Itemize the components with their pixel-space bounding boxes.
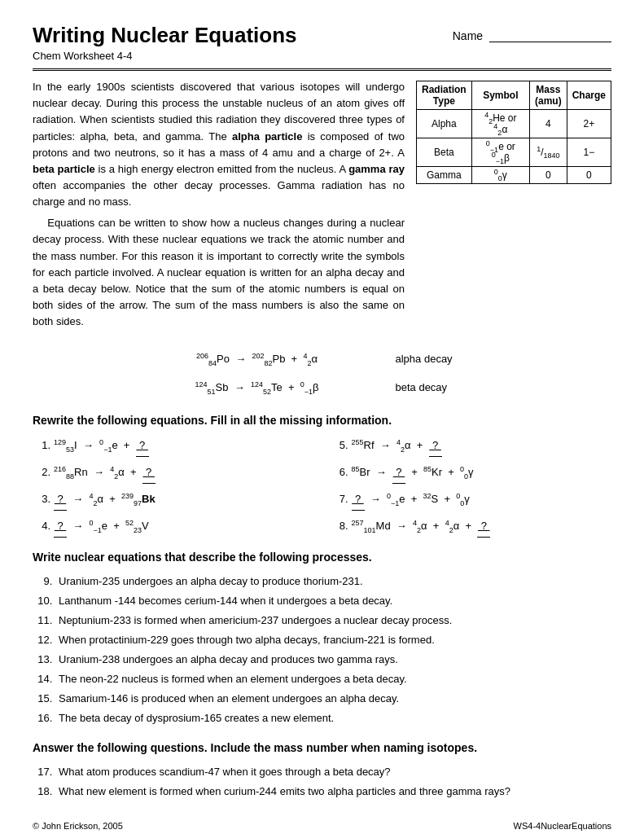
- table-row: Alpha 42He or 42α 4 2+: [417, 110, 611, 138]
- problem-7: 7. ? → 0−1e + 32S + 00γ: [331, 489, 612, 511]
- section2-problems: Uranium-235 undergoes an alpha decay to …: [33, 572, 611, 728]
- intro-section: In the early 1900s scientists discovered…: [33, 79, 611, 335]
- list-item: Uranium-235 undergoes an alpha decay to …: [55, 572, 611, 591]
- list-item: What new element is formed when curium-2…: [55, 782, 611, 801]
- section1-heading: Rewrite the following equations. Fill in…: [33, 414, 611, 427]
- problem-4: 4. ? → 0−1e + 5223V: [33, 516, 314, 538]
- section3-heading: Answer the following questions. Include …: [33, 741, 611, 754]
- problem-3: 3. ? → 42α + 23997Bk: [33, 489, 314, 511]
- list-item: What atom produces scandium-47 when it g…: [55, 762, 611, 782]
- problem-8: 8. 257101Md → 42α + 42α + ?: [331, 516, 612, 538]
- list-item: Lanthanum -144 becomes cerium-144 when i…: [55, 591, 611, 611]
- col-header-mass: Mass(amu): [529, 81, 567, 110]
- footer: © John Erickson, 2005 WS4-4NuclearEquati…: [33, 818, 611, 831]
- page-subtitle: Chem Worksheet 4-4: [33, 50, 297, 62]
- copyright: © John Erickson, 2005: [33, 821, 123, 831]
- section3-problems: What atom produces scandium-47 when it g…: [33, 762, 611, 801]
- list-item: Samarium-146 is produced when an element…: [55, 689, 611, 709]
- alpha-decay-example: 20684Po → 20282Pb + 42α alpha decay: [33, 346, 611, 371]
- list-item: When protactinium-229 goes through two a…: [55, 630, 611, 650]
- divider: [33, 68, 611, 71]
- page-title: Writing Nuclear Equations: [33, 23, 297, 48]
- example-equations: 20684Po → 20282Pb + 42α alpha decay 1245…: [33, 346, 611, 400]
- section2-heading: Write nuclear equations that describe th…: [33, 551, 611, 564]
- col-header-type: RadiationType: [417, 81, 472, 110]
- problem-1: 1. 12953I → 0−1e + ?: [33, 435, 314, 457]
- col-header-charge: Charge: [567, 81, 611, 110]
- worksheet-id: WS4-4NuclearEquations: [514, 821, 611, 831]
- beta-decay-example: 12451Sb → 12452Te + 0−1β beta decay: [33, 375, 611, 400]
- problem-5: 5. 255Rf → 42α + ?: [331, 435, 612, 457]
- radiation-table: RadiationType Symbol Mass(amu) Charge Al…: [416, 81, 611, 184]
- list-item: The neon-22 nucleus is formed when an el…: [55, 669, 611, 689]
- list-item: The beta decay of dysprosium-165 creates…: [55, 709, 611, 728]
- list-item: Neptunium-233 is formed when americium-2…: [55, 611, 611, 630]
- name-field: Name: [453, 29, 611, 42]
- intro-text: In the early 1900s scientists discovered…: [33, 79, 405, 335]
- section1-problems: 1. 12953I → 0−1e + ? 5. 255Rf → 42α + ? …: [33, 435, 611, 538]
- problem-2: 2. 21688Rn → 42α + ?: [33, 462, 314, 484]
- radiation-table-container: RadiationType Symbol Mass(amu) Charge Al…: [416, 79, 611, 335]
- list-item: Uranium-238 undergoes an alpha decay and…: [55, 650, 611, 669]
- col-header-symbol: Symbol: [471, 81, 529, 110]
- table-row: Beta 0−1e or 0−1β 1/1840 1−: [417, 138, 611, 167]
- table-row: Gamma 00γ 0 0: [417, 167, 611, 184]
- problem-6: 6. 85Br → ? + 85Kr + 00γ: [331, 462, 612, 484]
